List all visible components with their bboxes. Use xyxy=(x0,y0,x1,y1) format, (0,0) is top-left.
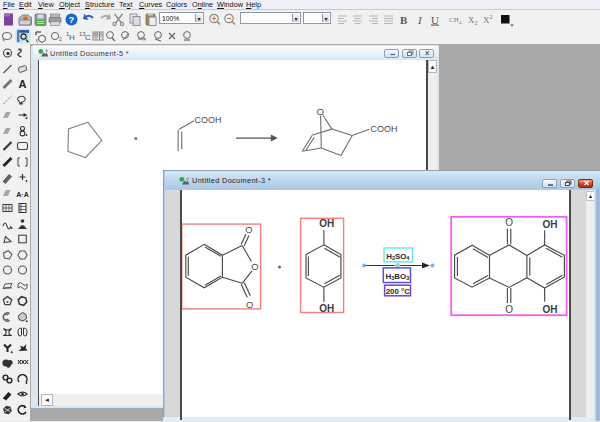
svg-text:CH: CH xyxy=(449,16,459,24)
svg-text:O: O xyxy=(246,299,253,310)
svg-text:H3BO3: H3BO3 xyxy=(386,272,410,282)
svg-text:B: B xyxy=(400,14,408,26)
svg-text:O: O xyxy=(317,106,325,117)
svg-text:H: H xyxy=(69,33,75,42)
svg-text:I: I xyxy=(417,14,423,26)
svg-text:O: O xyxy=(251,261,258,272)
svg-text:C: C xyxy=(85,33,91,42)
svg-text:4: 4 xyxy=(459,20,462,25)
svg-text:O: O xyxy=(505,304,513,315)
svg-text:U: U xyxy=(431,14,439,26)
svg-text:?: ? xyxy=(69,14,75,25)
svg-text:A­·A: A­·A xyxy=(16,191,28,198)
svg-text:A: A xyxy=(19,78,27,90)
svg-text:OH: OH xyxy=(542,304,557,315)
svg-text:OH: OH xyxy=(319,303,334,314)
svg-text:2: 2 xyxy=(475,20,478,26)
svg-text:O: O xyxy=(245,224,252,235)
svg-text:OH: OH xyxy=(542,219,557,230)
svg-text:COOH: COOH xyxy=(195,115,222,125)
svg-text:2: 2 xyxy=(59,36,62,42)
svg-text:2: 2 xyxy=(490,14,493,20)
svg-text:200 °C: 200 °C xyxy=(386,287,411,296)
svg-text:COOH: COOH xyxy=(371,124,398,134)
svg-text:OH: OH xyxy=(319,218,334,229)
svg-text:O: O xyxy=(505,217,513,228)
